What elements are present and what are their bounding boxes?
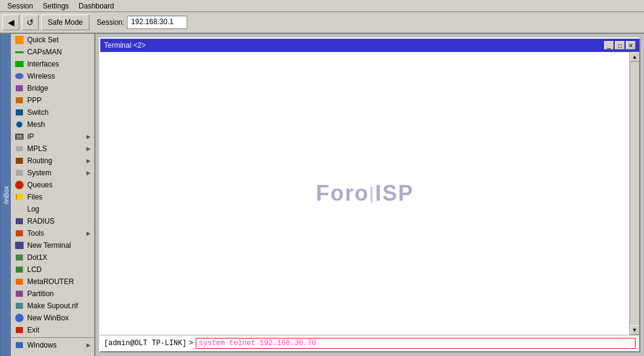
sidebar-item-log[interactable]: Log — [11, 203, 94, 215]
new-winbox-icon — [14, 313, 24, 323]
winbox-label: /inBox — [0, 34, 11, 356]
sidebar-item-lcd[interactable]: LCD — [11, 264, 94, 276]
sidebar-item-dot1x[interactable]: Dot1X — [11, 251, 94, 264]
log-icon — [14, 204, 24, 214]
sidebar-item-bridge[interactable]: Bridge — [11, 82, 94, 94]
sidebar-label-new-terminal: New Terminal — [27, 241, 71, 250]
session-label: Session: — [97, 18, 124, 27]
terminal-scrollbar[interactable]: ▲ ▼ — [630, 52, 639, 335]
quick-set-icon — [14, 35, 24, 45]
sidebar-label-switch: Switch — [27, 108, 48, 117]
back-button[interactable]: ◀ — [2, 15, 19, 30]
mpls-arrow: ▶ — [86, 146, 91, 152]
metarouter-icon — [14, 277, 24, 286]
terminal-restore-button[interactable]: □ — [615, 41, 625, 50]
sidebar-label-make-supout: Make Supout.rif — [27, 302, 78, 310]
scroll-up-button[interactable]: ▲ — [630, 52, 640, 62]
windows-icon — [14, 340, 24, 350]
lcd-icon — [14, 265, 24, 274]
sidebar-label-capsman: CAPsMAN — [27, 48, 62, 56]
menu-bar: Session Settings Dashboard — [0, 0, 644, 12]
content-area: Terminal <2> _ □ ✕ Foro|ISP ▲ ▼ — [95, 34, 644, 356]
sidebar-item-system[interactable]: System ▶ — [11, 167, 94, 179]
sidebar-item-quick-set[interactable]: Quick Set — [11, 34, 94, 46]
sidebar-item-mesh[interactable]: Mesh — [11, 118, 94, 131]
sidebar-label-tools: Tools — [27, 229, 44, 238]
sidebar-label-ip: IP — [27, 132, 34, 141]
sidebar-label-queues: Queues — [27, 181, 53, 189]
sidebar: Quick Set CAPsMAN Interfaces Wireless Br… — [11, 34, 95, 356]
sidebar-label-exit: Exit — [27, 326, 39, 334]
make-supout-icon — [14, 301, 24, 311]
sidebar-label-quick-set: Quick Set — [27, 36, 59, 44]
terminal-arrow: > — [189, 339, 193, 348]
sidebar-label-new-winbox: New WinBox — [27, 314, 69, 322]
terminal-body[interactable]: Foro|ISP — [100, 52, 630, 335]
sidebar-item-partition[interactable]: Partition — [11, 288, 94, 300]
sidebar-item-interfaces[interactable]: Interfaces — [11, 58, 94, 70]
sidebar-label-routing: Routing — [27, 157, 52, 165]
safe-mode-button[interactable]: Safe Mode — [41, 15, 89, 30]
sidebar-divider — [11, 337, 94, 338]
terminal-title: Terminal <2> — [104, 41, 146, 50]
mesh-icon — [14, 120, 24, 129]
sidebar-item-wireless[interactable]: Wireless — [11, 70, 94, 82]
sidebar-label-dot1x: Dot1X — [27, 253, 47, 262]
sidebar-item-ip[interactable]: 55 IP ▶ — [11, 131, 94, 143]
terminal-body-container: Foro|ISP ▲ ▼ — [100, 52, 639, 335]
menu-dashboard[interactable]: Dashboard — [74, 1, 119, 11]
terminal-minimize-button[interactable]: _ — [604, 41, 614, 50]
sidebar-item-capsman[interactable]: CAPsMAN — [11, 46, 94, 58]
tools-icon — [14, 228, 24, 238]
bridge-icon — [14, 83, 24, 93]
ip-icon: 55 — [14, 132, 24, 141]
terminal-prompt: [admin@OLT TP-LINK] — [104, 339, 187, 348]
sidebar-label-windows: Windows — [27, 341, 57, 349]
sidebar-item-ppp[interactable]: PPP — [11, 94, 94, 106]
dot1x-icon — [14, 253, 24, 262]
sidebar-label-metarouter: MetaROUTER — [27, 277, 74, 286]
sidebar-item-new-winbox[interactable]: New WinBox — [11, 312, 94, 324]
sidebar-label-log: Log — [27, 205, 39, 213]
routing-icon — [14, 156, 24, 166]
wireless-icon — [14, 71, 24, 81]
sidebar-item-queues[interactable]: Queues — [11, 179, 94, 191]
sidebar-item-new-terminal[interactable]: New Terminal — [11, 239, 94, 251]
ip-arrow: ▶ — [86, 134, 91, 140]
exit-icon — [14, 325, 24, 335]
sidebar-item-windows[interactable]: Windows ▶ — [11, 339, 94, 351]
terminal-command-input[interactable] — [196, 338, 636, 349]
sidebar-label-radius: RADIUS — [27, 217, 54, 225]
sidebar-item-routing[interactable]: Routing ▶ — [11, 155, 94, 167]
sidebar-item-radius[interactable]: RADIUS — [11, 215, 94, 227]
sidebar-item-mpls[interactable]: MPLS ▶ — [11, 143, 94, 155]
watermark: Foro|ISP — [316, 181, 414, 206]
scroll-down-button[interactable]: ▼ — [630, 325, 640, 335]
tools-arrow: ▶ — [86, 230, 91, 236]
sidebar-item-tools[interactable]: Tools ▶ — [11, 227, 94, 239]
switch-icon — [14, 108, 24, 117]
sidebar-label-partition: Partition — [27, 290, 54, 298]
menu-session[interactable]: Session — [2, 1, 38, 11]
sidebar-item-make-supout[interactable]: Make Supout.rif — [11, 300, 94, 312]
sidebar-label-interfaces: Interfaces — [27, 60, 59, 68]
terminal-command-line: [admin@OLT TP-LINK] > — [100, 335, 639, 351]
new-terminal-icon — [14, 241, 24, 250]
queues-icon — [14, 180, 24, 190]
refresh-button[interactable]: ↺ — [22, 15, 39, 30]
sidebar-item-metarouter[interactable]: MetaROUTER — [11, 276, 94, 288]
sidebar-item-files[interactable]: Files — [11, 191, 94, 203]
system-icon — [14, 168, 24, 178]
ppp-icon — [14, 95, 24, 105]
sidebar-label-bridge: Bridge — [27, 84, 48, 92]
sidebar-item-exit[interactable]: Exit — [11, 324, 94, 336]
menu-settings[interactable]: Settings — [38, 1, 74, 11]
terminal-close-button[interactable]: ✕ — [626, 41, 636, 50]
routing-arrow: ▶ — [86, 158, 91, 164]
files-icon — [14, 192, 24, 202]
sidebar-label-lcd: LCD — [27, 265, 42, 274]
sidebar-label-wireless: Wireless — [27, 72, 55, 80]
sidebar-label-ppp: PPP — [27, 96, 42, 105]
main-layout: /inBox Quick Set CAPsMAN Interfaces Wire… — [0, 34, 644, 356]
sidebar-item-switch[interactable]: Switch — [11, 106, 94, 118]
